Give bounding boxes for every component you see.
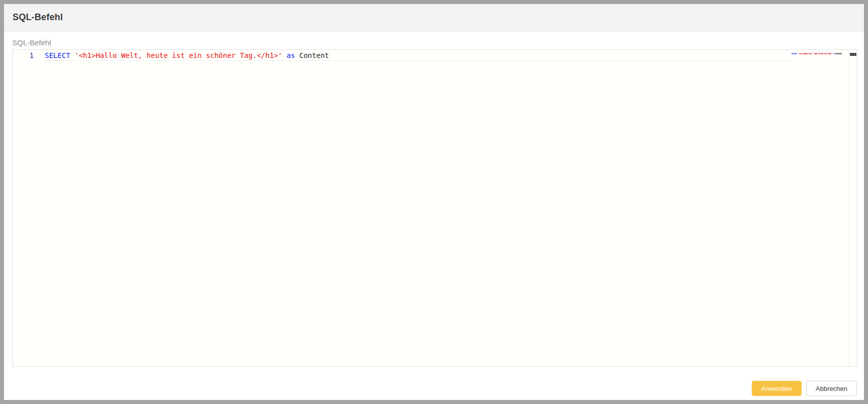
code-row: 1 SELECT '<h1>Hallo Welt, heute ist ein … bbox=[13, 50, 791, 61]
sql-string-literal: '<h1>Hallo Welt, heute ist ein schöner T… bbox=[70, 51, 282, 59]
dialog-title: SQL-Befehl bbox=[13, 12, 63, 23]
apply-button[interactable]: Anwenden bbox=[752, 381, 802, 396]
dialog-body: SQL-Befehl 1 SELECT '<h1>Hallo Welt, heu… bbox=[4, 31, 864, 367]
dialog-footer: Anwenden Abbrechen bbox=[4, 367, 864, 400]
sql-code-editor[interactable]: 1 SELECT '<h1>Hallo Welt, heute ist ein … bbox=[12, 49, 857, 367]
scrollbar-thumb[interactable] bbox=[850, 53, 856, 56]
minimap-line bbox=[792, 53, 842, 54]
sql-keyword-as: as bbox=[282, 51, 295, 59]
code-line[interactable]: SELECT '<h1>Hallo Welt, heute ist ein sc… bbox=[45, 50, 791, 61]
cancel-button[interactable]: Abbrechen bbox=[806, 381, 857, 396]
sql-field-label: SQL-Befehl bbox=[12, 38, 857, 47]
sql-keyword-select: SELECT bbox=[45, 51, 70, 59]
minimap-keyword-block bbox=[792, 53, 797, 54]
line-number: 1 bbox=[13, 50, 45, 61]
minimap-identifier-block bbox=[835, 53, 842, 54]
sql-command-dialog: SQL-Befehl SQL-Befehl 1 SELECT '<h1>Hall… bbox=[4, 4, 864, 400]
vertical-scrollbar[interactable] bbox=[849, 50, 857, 366]
dialog-header: SQL-Befehl bbox=[4, 4, 864, 31]
sql-identifier-content: Content bbox=[295, 51, 329, 59]
minimap-string-block bbox=[799, 53, 803, 54]
minimap[interactable] bbox=[791, 50, 849, 366]
